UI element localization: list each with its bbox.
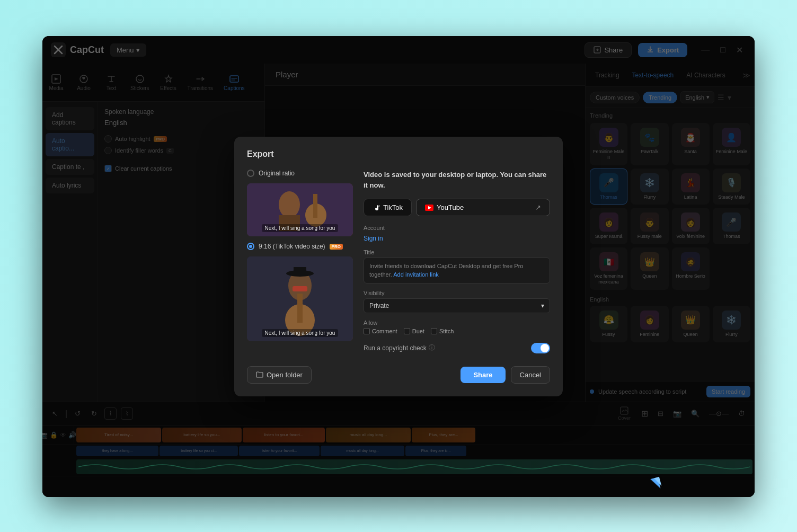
title-label: Title <box>364 249 550 255</box>
folder-icon <box>256 371 263 378</box>
title-field: Title Invite friends to download CapCut … <box>364 249 550 283</box>
dialog-title: Export <box>247 149 550 159</box>
open-folder-label: Open folder <box>267 371 303 379</box>
video-thumb-916: Next, I will sing a song for you <box>247 256 353 341</box>
allow-comment[interactable]: Comment <box>364 328 397 334</box>
allow-stitch[interactable]: Stitch <box>431 328 454 334</box>
svg-rect-19 <box>293 286 307 291</box>
preview-916: Next, I will sing a song for you <box>247 256 353 341</box>
right-column: Video is saved to your desktop or laptop… <box>364 170 550 353</box>
visibility-label: Visibility <box>364 290 550 296</box>
ratio-916[interactable]: 9:16 (TikTok video size) PRO <box>247 243 353 250</box>
youtube-label: YouTube <box>437 203 464 211</box>
open-folder-btn[interactable]: Open folder <box>247 366 312 384</box>
title-input-text: Invite friends to download CapCut Deskto… <box>369 263 523 277</box>
stitch-checkbox[interactable] <box>431 328 437 334</box>
radio-916 <box>247 243 254 250</box>
copyright-row: Run a copyright check ⓘ <box>364 343 550 353</box>
copyright-text: Run a copyright check <box>364 344 427 352</box>
comment-checkbox[interactable] <box>364 328 370 334</box>
visibility-value: Private <box>369 302 389 309</box>
video-caption-overlay-916: Next, I will sing a song for you <box>262 329 339 337</box>
dialog-body: Original ratio <box>247 170 550 353</box>
title-input[interactable]: Invite friends to download CapCut Deskto… <box>364 258 550 283</box>
radio-916-dot <box>249 245 252 248</box>
app-window: CapCut Menu ▾ Share Export — □ ✕ <box>42 36 755 497</box>
account-section: Account Sign in <box>364 225 550 243</box>
share-platforms: TikTok YouTube ↗ <box>364 199 550 216</box>
video-thumb-original: Next, I will sing a song for you <box>247 183 353 236</box>
allow-label: Allow <box>364 320 550 326</box>
allow-options: Comment Duet Stitch <box>364 328 550 334</box>
youtube-share-btn[interactable]: YouTube ↗ <box>416 199 550 216</box>
comment-label: Comment <box>372 328 397 334</box>
visibility-field: Visibility Private ▾ <box>364 290 550 313</box>
ratio-original[interactable]: Original ratio <box>247 170 353 177</box>
ratio-916-label: 9:16 (TikTok video size) <box>259 243 325 250</box>
allow-field: Allow Comment Duet <box>364 320 550 334</box>
left-column: Original ratio <box>247 170 353 353</box>
tiktok-share-btn[interactable]: TikTok <box>364 199 412 216</box>
svg-point-11 <box>279 191 300 218</box>
tiktok-label: TikTok <box>383 203 403 211</box>
svg-rect-14 <box>313 194 317 218</box>
tiktok-icon <box>373 204 380 211</box>
account-label: Account <box>364 225 550 231</box>
copyright-toggle[interactable] <box>531 343 550 353</box>
svg-rect-21 <box>297 294 303 323</box>
toggle-knob <box>541 344 549 352</box>
dialog-footer: Open folder Share Cancel <box>247 366 550 384</box>
visibility-chevron-icon: ▾ <box>541 302 544 309</box>
pro-badge-916: PRO <box>330 244 343 250</box>
saved-message: Video is saved to your desktop or laptop… <box>364 170 550 190</box>
copyright-info-icon: ⓘ <box>429 343 435 352</box>
share-action-btn[interactable]: Share <box>461 367 505 383</box>
ratio-original-label: Original ratio <box>259 170 295 177</box>
youtube-arrow-icon: ↗ <box>535 203 541 211</box>
allow-duet[interactable]: Duet <box>404 328 424 334</box>
preview-original: Next, I will sing a song for you <box>247 183 353 236</box>
sign-in-link[interactable]: Sign in <box>364 235 383 242</box>
video-caption-overlay: Next, I will sing a song for you <box>262 224 339 232</box>
export-dialog-overlay: Export Original ratio <box>42 36 755 497</box>
duet-checkbox[interactable] <box>404 328 410 334</box>
visibility-select[interactable]: Private ▾ <box>364 298 550 313</box>
add-invite-link[interactable]: Add invitation link <box>393 271 439 278</box>
youtube-icon <box>425 205 433 211</box>
copyright-label: Run a copyright check ⓘ <box>364 343 435 352</box>
stitch-label: Stitch <box>439 328 454 334</box>
radio-original <box>247 170 254 177</box>
svg-rect-18 <box>294 267 306 276</box>
cancel-btn[interactable]: Cancel <box>511 366 550 384</box>
thumb-svg-916 <box>247 256 353 341</box>
duet-label: Duet <box>412 328 424 334</box>
export-dialog: Export Original ratio <box>234 137 563 396</box>
